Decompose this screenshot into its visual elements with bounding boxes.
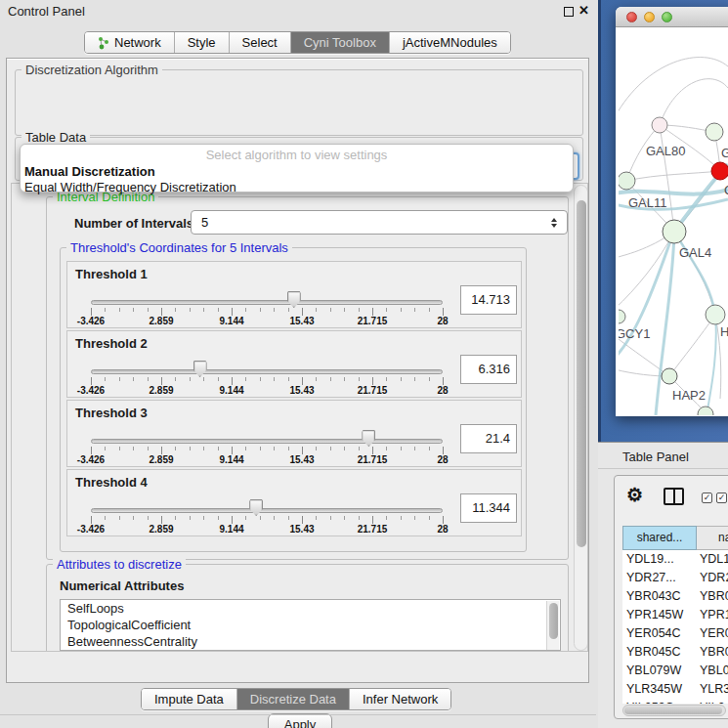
tab-infer-network[interactable]: Infer Network [349,689,450,709]
cell-shared-name: YLR345W [626,680,695,699]
node-label: GAL4 [679,245,711,260]
threshold-slider[interactable] [91,439,443,444]
threshold-value-field[interactable]: 14.713 [460,285,517,315]
float-panel-icon[interactable] [564,7,574,17]
node-label: H [720,324,728,339]
numerical-attributes-list[interactable]: SelfLoopsTopologicalCoefficientBetweenne… [60,599,561,651]
cell-shared-name: YIL053C [626,699,695,704]
table-row[interactable]: YDR27...YDR2 [622,569,728,587]
threshold-slider[interactable] [91,508,443,513]
tab-style[interactable]: Style [174,32,229,53]
network-node[interactable] [706,305,725,324]
minimize-traffic-light-icon[interactable] [644,12,655,22]
cell-shared-name: YBR043C [626,587,695,606]
table-row[interactable]: YLR345WYLR3 [622,680,728,699]
slider-knob[interactable] [249,499,263,516]
network-node[interactable] [652,117,667,133]
slider-knob[interactable] [193,361,207,377]
threshold-label: Threshold 4 [75,475,148,490]
tab-discretize-data[interactable]: Discretize Data [236,689,349,709]
threshold-row: Threshold 2 -3.4262.8599.14415.4321.7152… [66,330,522,398]
table-panel-title: Table Panel [622,450,689,464]
network-node[interactable] [619,310,625,323]
threshold-value-field[interactable]: 11.344 [460,493,517,523]
settings-scroll-area: Interval Definition Number of Intervals … [11,183,588,652]
select-all-checkbox-icon[interactable]: ✓ [702,492,712,503]
network-window-titlebar[interactable] [616,7,728,27]
settings-scrollbar-thumb[interactable] [577,200,586,547]
attribute-list-item[interactable]: BetweennessCentrality [61,633,560,650]
dropdown-option[interactable]: Manual Discretization [23,164,570,180]
table-row[interactable]: YBR043CYBR0 [622,587,728,606]
threshold-slider[interactable] [91,369,443,374]
threshold-label: Threshold 2 [75,336,148,351]
apply-button[interactable]: Apply [268,713,332,728]
cell-name: YBR0 [700,587,728,606]
tab-jactivemnodules[interactable]: jActiveMNodules [389,32,510,53]
threshold-label: Threshold 1 [75,267,148,281]
network-node[interactable] [698,407,713,415]
interval-definition-group: Interval Definition Number of Intervals … [46,196,569,560]
table-row[interactable]: YIL053CYIL0 [622,699,728,704]
select-none-checkbox-icon[interactable]: ✓ [716,492,727,503]
attributes-group-title: Attributes to discretize [53,557,186,572]
discretization-algorithm-group: Discretization Algorithm [15,69,583,136]
panel-title: Control Panel [8,4,85,19]
table-horizontal-scrollbar[interactable] [622,705,726,716]
threshold-value-field[interactable]: 21.4 [460,424,517,453]
tab-label: Style [188,35,216,50]
node-label: GAL11 [628,195,667,210]
dropdown-placeholder: Select algorithm to view settings [21,148,573,162]
gear-icon[interactable]: ⚙ [626,486,643,504]
tab-label: jActiveMNodules [403,35,497,50]
top-tab-bar: NetworkStyleSelectCyni ToolboxjActiveMNo… [84,31,511,54]
threshold-slider[interactable] [91,300,443,305]
threshold-value-field[interactable]: 6.316 [460,355,517,384]
list-scrollbar[interactable] [546,601,559,650]
slider-tick-labels: -3.4262.8599.14415.4321.71528 [91,385,444,397]
dropdown-option[interactable]: Equal Width/Frequency Discretization [23,180,570,195]
table-panel: Table Panel ⚙ ✓ ✓ shared... na YDL19...Y… [598,442,728,728]
slider-tick-labels: -3.4262.8599.14415.4321.71528 [91,454,444,466]
stepper-icon [547,218,561,228]
table-row[interactable]: YDL19...YDL1 [622,550,728,569]
network-node[interactable] [663,220,686,243]
network-edge [660,125,674,232]
table-row[interactable]: YBR045CYBR0 [622,643,728,662]
table-row[interactable]: YPR145WYPR1 [622,606,728,624]
split-columns-icon[interactable] [664,488,684,505]
slider-knob[interactable] [287,291,301,308]
tab-label: Cyni Toolbox [304,35,376,50]
network-node[interactable] [662,368,677,384]
slider-knob[interactable] [362,430,375,447]
column-header-shared-name[interactable]: shared... [622,526,697,550]
tab-cyni-toolbox[interactable]: Cyni Toolbox [290,32,389,53]
network-node[interactable] [711,162,728,180]
column-header-name[interactable]: na [697,526,728,550]
attribute-list-item[interactable]: TopologicalCoefficient [61,617,560,633]
node-label: GCY1 [619,326,650,341]
cell-name: YBR0 [700,643,728,662]
network-canvas[interactable]: GAL80G.GAL11CGAL4GCY1HHAP2 [619,27,728,415]
close-traffic-light-icon[interactable] [626,12,637,22]
table-subpanel: ⚙ ✓ ✓ shared... na YDL19...YDL1YDR27...Y… [614,475,728,719]
table-row[interactable]: YBL079WYBL0 [622,662,728,680]
slider-tick-labels: -3.4262.8599.14415.4321.71528 [91,316,444,327]
cell-name: YPR1 [700,606,728,624]
cell-shared-name: YBR045C [626,643,695,662]
attribute-list-item[interactable]: SelfLoops [61,600,560,617]
network-node[interactable] [706,123,723,141]
node-label: HAP2 [672,388,706,403]
zoom-traffic-light-icon[interactable] [662,12,672,22]
numerical-attributes-label: Numerical Attributes [60,578,184,593]
settings-scrollbar[interactable] [574,185,588,651]
tab-select[interactable]: Select [229,32,290,53]
tab-network[interactable]: Network [85,32,174,53]
close-panel-icon[interactable]: ✕ [578,3,589,18]
number-of-intervals-combobox[interactable]: 5 [191,210,568,235]
tab-impute-data[interactable]: Impute Data [142,689,236,709]
cell-shared-name: YBL079W [626,662,695,680]
network-node[interactable] [619,172,635,190]
table-row[interactable]: YER054CYER0 [622,624,728,643]
cyni-toolbox-content: Discretization Algorithm Select algorith… [6,58,589,683]
